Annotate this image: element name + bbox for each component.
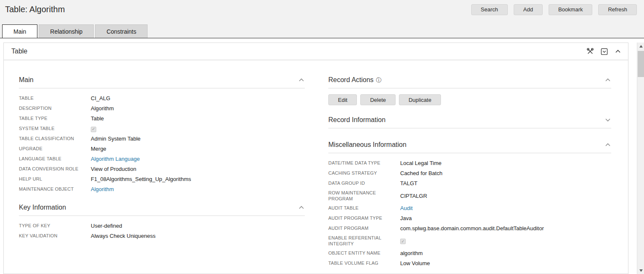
tab-relationship[interactable]: Relationship: [39, 24, 94, 38]
field-row-enable-referential-integrity: ENABLE REFERENTIAL INTEGRITY ✓: [328, 234, 611, 248]
field-value: Admin System Table: [91, 136, 140, 142]
tools-icon[interactable]: [586, 48, 594, 55]
main-section-fields: TABLE CI_ALG DESCRIPTION Algorithm TABLE…: [19, 93, 305, 194]
main-section-title: Main: [19, 76, 34, 84]
key-information-title: Key Information: [19, 204, 66, 211]
field-row-table-classification: TABLE CLASSIFICATION Admin System Table: [19, 134, 305, 144]
panel-icons: [586, 48, 621, 55]
field-value: CIPTALGR: [400, 193, 427, 200]
field-label: ENABLE REFERENTIAL INTEGRITY: [328, 235, 400, 247]
field-label: TYPE OF KEY: [19, 223, 91, 229]
vertical-scrollbar[interactable]: [637, 43, 644, 274]
field-row-caching-strategy: CACHING STRATEGY Cached for Batch: [328, 168, 611, 178]
field-label: DATA CONVERSION ROLE: [19, 166, 91, 172]
info-icon[interactable]: ⓘ: [376, 77, 382, 83]
misc-information-header: Miscellaneous Information: [328, 141, 611, 153]
field-value: TALGT: [400, 180, 417, 187]
add-button[interactable]: Add: [514, 4, 543, 15]
field-row-audit-program-type: AUDIT PROGRAM TYPE Java: [328, 213, 611, 223]
field-value: Cached for Batch: [400, 170, 442, 177]
record-information-expand-chevron-icon[interactable]: [604, 117, 611, 123]
record-actions-title: Record Actions: [328, 76, 374, 84]
field-row-table-volume-flag: TABLE VOLUME FLAG Low Volume: [328, 258, 611, 269]
field-row-row-maintenance-program: ROW MAINTENANCE PROGRAM CIPTALGR: [328, 189, 611, 203]
app-window: Table: Algorithm Search Add Bookmark Ref…: [0, 0, 644, 274]
key-information-fields: TYPE OF KEY User-defined KEY VALIDATION …: [19, 221, 305, 241]
field-value: ✓: [400, 238, 406, 245]
table-panel-header: Table: [4, 43, 628, 60]
record-information-title: Record Information: [328, 116, 385, 124]
key-information-header: Key Information: [19, 204, 305, 216]
field-row-type-of-key: TYPE OF KEY User-defined: [19, 221, 305, 231]
field-value: Always Check Uniqueness: [91, 233, 156, 239]
scrollbar-thumb[interactable]: [638, 51, 644, 77]
tab-main[interactable]: Main: [2, 24, 37, 38]
language-table-link[interactable]: Algorithm Language: [91, 156, 140, 162]
field-value: Java: [400, 215, 412, 222]
field-row-data-group-id: DATA GROUP ID TALGT: [328, 178, 611, 189]
page-title: Table: Algorithm: [5, 5, 65, 14]
table-panel-body: Main TABLE CI_ALG DESCRIPTION Algorithm: [4, 60, 628, 269]
right-column: Record Actions ⓘ Edit Delete Duplicate: [328, 76, 611, 269]
search-button[interactable]: Search: [471, 4, 508, 15]
field-value: ✓: [91, 125, 96, 132]
field-label: AUDIT PROGRAM TYPE: [328, 215, 400, 221]
field-label: HELP URL: [19, 176, 91, 182]
field-value: F1_08Algorithms_Setting_Up_Algorithms: [91, 176, 191, 183]
duplicate-button[interactable]: Duplicate: [399, 94, 441, 105]
triangle-down-icon: [639, 269, 643, 272]
field-row-data-conversion-role: DATA CONVERSION ROLE View of Production: [19, 164, 305, 174]
record-actions-title-wrap: Record Actions ⓘ: [328, 76, 382, 84]
field-row-description: DESCRIPTION Algorithm: [19, 104, 305, 114]
field-label: TABLE: [19, 96, 91, 101]
field-row-audit-table: AUDIT TABLE Audit: [328, 203, 611, 213]
main-section-header: Main: [19, 76, 305, 88]
field-label: KEY VALIDATION: [19, 233, 91, 239]
field-value: Algorithm: [91, 105, 114, 112]
field-label: UPGRADE: [19, 146, 91, 152]
field-row-upgrade: UPGRADE Merge: [19, 144, 305, 154]
record-information-header: Record Information: [328, 116, 611, 128]
bookmark-button[interactable]: Bookmark: [549, 4, 593, 15]
field-row-table: TABLE CI_ALG: [19, 93, 305, 104]
field-value: Table: [91, 115, 104, 122]
toolbar: Search Add Bookmark Refresh: [471, 4, 639, 15]
field-label: OBJECT ENTITY NAME: [328, 250, 400, 256]
maintenance-object-link[interactable]: Algorithm: [91, 186, 114, 193]
audit-table-link[interactable]: Audit: [400, 205, 413, 212]
left-column: Main TABLE CI_ALG DESCRIPTION Algorithm: [19, 76, 305, 269]
header-row: Table: Algorithm Search Add Bookmark Ref…: [0, 0, 644, 19]
scroll-up-arrow[interactable]: [637, 43, 644, 50]
content-area: Table Main: [0, 38, 644, 274]
field-label: TABLE VOLUME FLAG: [328, 261, 400, 266]
edit-button[interactable]: Edit: [328, 94, 357, 105]
misc-information-collapse-chevron-icon[interactable]: [604, 141, 611, 148]
key-information-collapse-chevron-icon[interactable]: [298, 204, 305, 211]
field-value: algorithm: [400, 250, 422, 257]
field-row-table-type: TABLE TYPE Table: [19, 114, 305, 124]
field-value: CI_ALG: [91, 95, 110, 102]
main-collapse-chevron-icon[interactable]: [298, 77, 305, 83]
field-row-maintenance-object: MAINTENANCE OBJECT Algorithm: [19, 184, 305, 194]
field-value: com.splwg.base.domain.common.audit.Defau…: [400, 225, 544, 232]
delete-button[interactable]: Delete: [360, 94, 396, 105]
field-label: CACHING STRATEGY: [328, 170, 400, 176]
menu-box-chevron-icon[interactable]: [601, 48, 608, 55]
misc-information-fields: DATE/TIME DATA TYPE Local Legal Time CAC…: [328, 158, 611, 269]
record-actions-collapse-chevron-icon[interactable]: [604, 77, 611, 83]
field-row-audit-program: AUDIT PROGRAM com.splwg.base.domain.comm…: [328, 223, 611, 234]
field-label: DATE/TIME DATA TYPE: [328, 160, 400, 166]
scroll-down-arrow[interactable]: [637, 267, 644, 274]
field-row-system-table: SYSTEM TABLE ✓: [19, 124, 305, 134]
misc-information-title: Miscellaneous Information: [328, 141, 406, 149]
field-row-language-table: LANGUAGE TABLE Algorithm Language: [19, 154, 305, 164]
field-label: ROW MAINTENANCE PROGRAM: [328, 190, 400, 202]
system-table-checkbox: ✓: [91, 127, 96, 132]
enable-referential-integrity-checkbox: ✓: [400, 239, 406, 244]
field-label: TABLE CLASSIFICATION: [19, 136, 91, 142]
refresh-button[interactable]: Refresh: [598, 4, 637, 15]
tab-constraints[interactable]: Constraints: [95, 24, 148, 38]
field-label: SYSTEM TABLE: [19, 126, 91, 132]
panel-collapse-chevron-icon[interactable]: [615, 48, 621, 55]
field-value: User-defined: [91, 223, 122, 229]
